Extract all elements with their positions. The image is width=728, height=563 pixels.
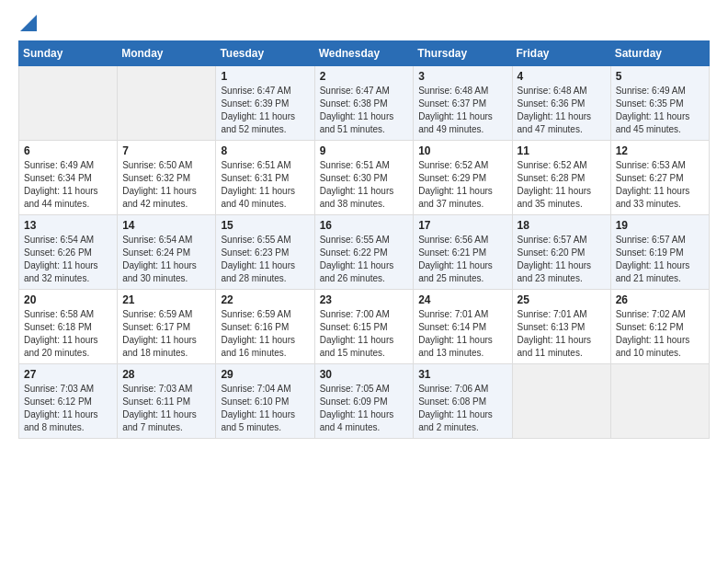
- day-cell: 27Sunrise: 7:03 AMSunset: 6:12 PMDayligh…: [19, 364, 118, 439]
- day-header-sunday: Sunday: [19, 41, 118, 66]
- day-cell: 2Sunrise: 6:47 AMSunset: 6:38 PMDaylight…: [314, 66, 414, 141]
- day-info: Sunrise: 7:01 AMSunset: 6:13 PMDaylight:…: [518, 308, 606, 360]
- day-number: 30: [320, 368, 409, 381]
- day-cell: 18Sunrise: 6:57 AMSunset: 6:20 PMDayligh…: [512, 215, 610, 290]
- day-number: 25: [518, 293, 606, 306]
- day-info: Sunrise: 6:58 AMSunset: 6:18 PMDaylight:…: [24, 308, 112, 360]
- day-number: 3: [418, 70, 506, 83]
- day-cell: 13Sunrise: 6:54 AMSunset: 6:26 PMDayligh…: [19, 215, 118, 290]
- day-info: Sunrise: 6:49 AMSunset: 6:34 PMDaylight:…: [24, 159, 112, 211]
- week-row-3: 13Sunrise: 6:54 AMSunset: 6:26 PMDayligh…: [19, 215, 710, 290]
- day-cell: 11Sunrise: 6:52 AMSunset: 6:28 PMDayligh…: [512, 141, 610, 215]
- day-number: 14: [122, 219, 210, 232]
- day-info: Sunrise: 6:50 AMSunset: 6:32 PMDaylight:…: [122, 159, 210, 211]
- day-info: Sunrise: 6:57 AMSunset: 6:19 PMDaylight:…: [616, 234, 704, 285]
- calendar-header-row: SundayMondayTuesdayWednesdayThursdayFrid…: [19, 41, 710, 66]
- day-info: Sunrise: 6:59 AMSunset: 6:16 PMDaylight:…: [221, 308, 309, 360]
- day-info: Sunrise: 7:03 AMSunset: 6:11 PMDaylight:…: [122, 383, 210, 434]
- day-header-thursday: Thursday: [414, 41, 512, 66]
- day-number: 6: [24, 144, 112, 157]
- day-cell: [610, 364, 709, 439]
- day-number: 29: [221, 368, 309, 381]
- day-number: 16: [320, 219, 409, 232]
- logo-arrow-icon: [20, 15, 37, 31]
- day-number: 20: [24, 293, 112, 306]
- day-info: Sunrise: 7:00 AMSunset: 6:15 PMDaylight:…: [320, 308, 409, 360]
- day-cell: 31Sunrise: 7:06 AMSunset: 6:08 PMDayligh…: [414, 364, 512, 439]
- day-cell: 28Sunrise: 7:03 AMSunset: 6:11 PMDayligh…: [118, 364, 216, 439]
- day-number: 28: [122, 368, 210, 381]
- day-cell: [118, 66, 216, 141]
- day-number: 8: [221, 144, 309, 157]
- day-info: Sunrise: 6:52 AMSunset: 6:29 PMDaylight:…: [418, 159, 506, 211]
- day-number: 4: [518, 70, 606, 83]
- day-cell: 14Sunrise: 6:54 AMSunset: 6:24 PMDayligh…: [118, 215, 216, 290]
- day-number: 2: [320, 70, 409, 83]
- day-cell: 7Sunrise: 6:50 AMSunset: 6:32 PMDaylight…: [118, 141, 216, 215]
- day-cell: 30Sunrise: 7:05 AMSunset: 6:09 PMDayligh…: [314, 364, 414, 439]
- day-number: 22: [221, 293, 309, 306]
- day-info: Sunrise: 6:48 AMSunset: 6:37 PMDaylight:…: [418, 85, 506, 136]
- day-number: 1: [221, 70, 309, 83]
- day-cell: 4Sunrise: 6:48 AMSunset: 6:36 PMDaylight…: [512, 66, 610, 141]
- day-cell: 23Sunrise: 7:00 AMSunset: 6:15 PMDayligh…: [314, 290, 414, 364]
- day-cell: 12Sunrise: 6:53 AMSunset: 6:27 PMDayligh…: [610, 141, 709, 215]
- day-cell: [19, 66, 118, 141]
- day-info: Sunrise: 6:55 AMSunset: 6:23 PMDaylight:…: [221, 234, 309, 285]
- day-info: Sunrise: 7:02 AMSunset: 6:12 PMDaylight:…: [616, 308, 704, 360]
- day-info: Sunrise: 7:05 AMSunset: 6:09 PMDaylight:…: [320, 383, 409, 434]
- day-number: 18: [518, 219, 606, 232]
- day-number: 31: [418, 368, 506, 381]
- day-info: Sunrise: 6:54 AMSunset: 6:24 PMDaylight:…: [122, 234, 210, 285]
- day-header-tuesday: Tuesday: [216, 41, 314, 66]
- day-number: 23: [320, 293, 409, 306]
- day-info: Sunrise: 6:57 AMSunset: 6:20 PMDaylight:…: [518, 234, 606, 285]
- day-info: Sunrise: 6:47 AMSunset: 6:38 PMDaylight:…: [320, 85, 409, 136]
- day-number: 15: [221, 219, 309, 232]
- day-cell: 8Sunrise: 6:51 AMSunset: 6:31 PMDaylight…: [216, 141, 314, 215]
- day-info: Sunrise: 7:04 AMSunset: 6:10 PMDaylight:…: [221, 383, 309, 434]
- day-header-monday: Monday: [118, 41, 216, 66]
- page-header: [18, 18, 710, 31]
- day-info: Sunrise: 6:53 AMSunset: 6:27 PMDaylight:…: [616, 159, 704, 211]
- day-info: Sunrise: 7:01 AMSunset: 6:14 PMDaylight:…: [418, 308, 506, 360]
- day-number: 26: [616, 293, 704, 306]
- day-number: 10: [418, 144, 506, 157]
- day-info: Sunrise: 6:55 AMSunset: 6:22 PMDaylight:…: [320, 234, 409, 285]
- day-info: Sunrise: 6:49 AMSunset: 6:35 PMDaylight:…: [616, 85, 704, 136]
- logo: [18, 18, 37, 31]
- day-cell: 1Sunrise: 6:47 AMSunset: 6:39 PMDaylight…: [216, 66, 314, 141]
- week-row-4: 20Sunrise: 6:58 AMSunset: 6:18 PMDayligh…: [19, 290, 710, 364]
- day-info: Sunrise: 6:47 AMSunset: 6:39 PMDaylight:…: [221, 85, 309, 136]
- day-header-friday: Friday: [512, 41, 610, 66]
- day-number: 7: [122, 144, 210, 157]
- day-cell: 19Sunrise: 6:57 AMSunset: 6:19 PMDayligh…: [610, 215, 709, 290]
- day-number: 9: [320, 144, 409, 157]
- day-cell: [512, 364, 610, 439]
- day-cell: 17Sunrise: 6:56 AMSunset: 6:21 PMDayligh…: [414, 215, 512, 290]
- day-number: 21: [122, 293, 210, 306]
- day-cell: 25Sunrise: 7:01 AMSunset: 6:13 PMDayligh…: [512, 290, 610, 364]
- day-info: Sunrise: 6:54 AMSunset: 6:26 PMDaylight:…: [24, 234, 112, 285]
- day-cell: 26Sunrise: 7:02 AMSunset: 6:12 PMDayligh…: [610, 290, 709, 364]
- day-info: Sunrise: 7:06 AMSunset: 6:08 PMDaylight:…: [418, 383, 506, 434]
- day-cell: 15Sunrise: 6:55 AMSunset: 6:23 PMDayligh…: [216, 215, 314, 290]
- day-cell: 9Sunrise: 6:51 AMSunset: 6:30 PMDaylight…: [314, 141, 414, 215]
- day-info: Sunrise: 6:52 AMSunset: 6:28 PMDaylight:…: [518, 159, 606, 211]
- day-cell: 29Sunrise: 7:04 AMSunset: 6:10 PMDayligh…: [216, 364, 314, 439]
- day-cell: 22Sunrise: 6:59 AMSunset: 6:16 PMDayligh…: [216, 290, 314, 364]
- day-cell: 24Sunrise: 7:01 AMSunset: 6:14 PMDayligh…: [414, 290, 512, 364]
- day-number: 13: [24, 219, 112, 232]
- day-cell: 10Sunrise: 6:52 AMSunset: 6:29 PMDayligh…: [414, 141, 512, 215]
- day-cell: 16Sunrise: 6:55 AMSunset: 6:22 PMDayligh…: [314, 215, 414, 290]
- day-info: Sunrise: 7:03 AMSunset: 6:12 PMDaylight:…: [24, 383, 112, 434]
- day-info: Sunrise: 6:56 AMSunset: 6:21 PMDaylight:…: [418, 234, 506, 285]
- day-info: Sunrise: 6:59 AMSunset: 6:17 PMDaylight:…: [122, 308, 210, 360]
- week-row-1: 1Sunrise: 6:47 AMSunset: 6:39 PMDaylight…: [19, 66, 710, 141]
- calendar-table: SundayMondayTuesdayWednesdayThursdayFrid…: [18, 40, 710, 439]
- day-cell: 3Sunrise: 6:48 AMSunset: 6:37 PMDaylight…: [414, 66, 512, 141]
- svg-marker-0: [20, 15, 37, 31]
- day-cell: 21Sunrise: 6:59 AMSunset: 6:17 PMDayligh…: [118, 290, 216, 364]
- day-info: Sunrise: 6:48 AMSunset: 6:36 PMDaylight:…: [518, 85, 606, 136]
- day-number: 17: [418, 219, 506, 232]
